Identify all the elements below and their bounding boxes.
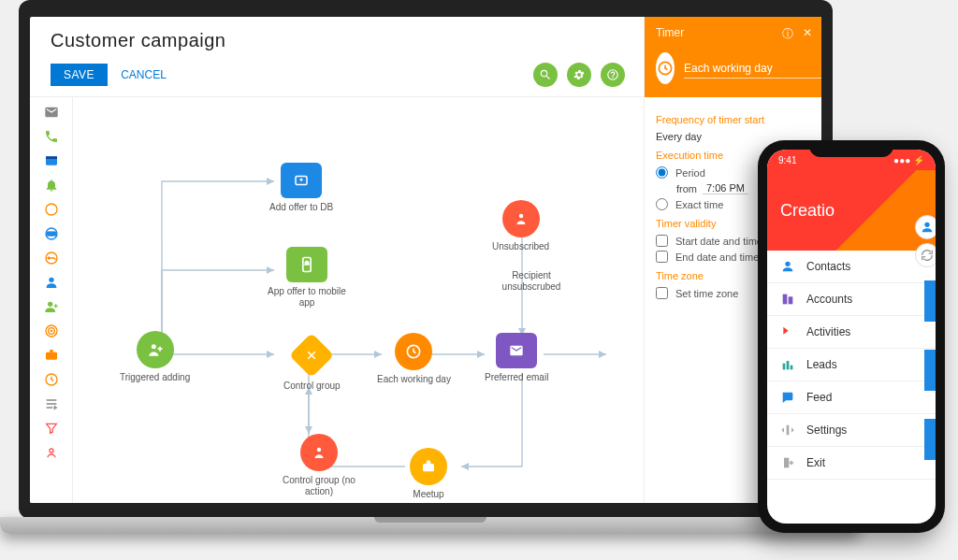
svg-text:SMS: SMS	[46, 232, 55, 237]
gear-icon[interactable]	[567, 63, 591, 87]
node-unsubscribed[interactable]: Unsubscribed	[492, 200, 549, 252]
palette-reply-icon[interactable]	[42, 251, 61, 266]
svg-rect-27	[787, 361, 790, 369]
node-triggered-adding[interactable]: Triggered adding	[120, 331, 190, 383]
svg-point-7	[48, 302, 52, 307]
frequency-value[interactable]: Every day	[656, 131, 702, 142]
checkbox-end-date[interactable]	[656, 251, 668, 263]
checkbox-set-timezone[interactable]	[656, 287, 668, 299]
search-icon[interactable]	[533, 63, 558, 87]
checkbox-start-date[interactable]	[656, 235, 668, 247]
node-preferred-email[interactable]: Preferred email	[485, 333, 548, 383]
side-indicator	[924, 280, 936, 488]
svg-point-14	[151, 344, 155, 349]
timer-name-input[interactable]	[684, 59, 821, 79]
status-time: 9:41	[778, 155, 796, 165]
menu-item-feed[interactable]: Feed	[767, 381, 936, 414]
palette-window-icon[interactable]	[42, 153, 61, 168]
palette-target-icon[interactable]	[42, 323, 61, 338]
svg-point-13	[50, 449, 53, 452]
radio-period[interactable]	[656, 166, 668, 179]
save-button[interactable]: SAVE	[51, 64, 108, 86]
cancel-button[interactable]: CANCEL	[121, 68, 167, 81]
palette-useradd-icon[interactable]	[42, 299, 61, 314]
menu-item-settings[interactable]: Settings	[767, 414, 936, 447]
palette-filter-icon[interactable]	[42, 421, 61, 436]
svg-rect-26	[783, 364, 786, 370]
phone-frame: 9:41 ●●● ⚡ Creatio Contacts Accounts Act…	[758, 140, 945, 533]
node-each-working-day[interactable]: Each working day	[377, 333, 451, 385]
avatar-icon[interactable]	[915, 215, 936, 239]
palette-task-icon[interactable]	[42, 396, 61, 411]
campaign-diagram[interactable]: Triggered adding Add offer to DB App off…	[73, 97, 644, 503]
panel-title: Timer	[656, 26, 810, 39]
svg-rect-24	[783, 294, 788, 305]
app-screen: Customer campaign SAVE CANCEL	[30, 17, 821, 503]
node-meetup[interactable]: Meetup	[410, 448, 447, 500]
svg-point-6	[49, 278, 53, 282]
element-palette: SMS	[30, 97, 73, 503]
palette-clock-icon[interactable]	[42, 372, 61, 387]
node-control-group[interactable]: Control group	[283, 336, 341, 392]
menu-item-contacts[interactable]: Contacts	[767, 251, 936, 283]
palette-user-icon[interactable]	[42, 275, 61, 290]
timer-icon	[656, 52, 675, 84]
palette-call-icon[interactable]	[42, 129, 61, 144]
palette-bell-icon[interactable]	[42, 178, 61, 193]
radio-exact-time[interactable]	[656, 198, 668, 210]
palette-email-icon[interactable]	[42, 105, 61, 120]
svg-point-23	[785, 262, 790, 266]
palette-chat-icon[interactable]	[42, 202, 61, 217]
svg-rect-20	[423, 464, 434, 471]
menu-item-activities[interactable]: Activities	[767, 316, 936, 349]
mobile-brand-logo: Creatio	[767, 170, 936, 251]
svg-point-17	[317, 448, 322, 452]
label-recipient-unsubscribed: Recipient unsubscrubed	[489, 270, 573, 293]
svg-point-22	[924, 223, 929, 227]
svg-rect-25	[789, 296, 793, 304]
mobile-menu: Contacts Accounts Activities Leads Feed …	[767, 251, 936, 480]
svg-rect-11	[46, 352, 57, 360]
mobile-app-screen: 9:41 ●●● ⚡ Creatio Contacts Accounts Act…	[767, 150, 936, 524]
menu-item-accounts[interactable]: Accounts	[767, 283, 936, 316]
svg-rect-29	[784, 458, 789, 468]
svg-rect-1	[46, 156, 57, 159]
palette-sms-icon[interactable]: SMS	[42, 226, 61, 241]
laptop-frame: Customer campaign SAVE CANCEL	[19, 0, 833, 519]
menu-item-exit[interactable]: Exit	[767, 447, 936, 480]
node-app-offer-mobile[interactable]: App offer to mobile app	[265, 247, 349, 309]
status-icons: ●●● ⚡	[893, 155, 924, 165]
node-add-offer-db[interactable]: Add offer to DB	[269, 163, 333, 213]
palette-briefcase-icon[interactable]	[42, 348, 61, 363]
svg-rect-28	[791, 366, 793, 370]
menu-item-leads[interactable]: Leads	[767, 349, 936, 381]
section-frequency: Frequency of timer start	[656, 114, 810, 125]
help-icon[interactable]	[601, 63, 625, 87]
page-title: Customer campaign	[51, 30, 625, 51]
node-control-no-action[interactable]: Control group (no action)	[277, 434, 361, 497]
svg-point-19	[518, 214, 523, 219]
svg-point-10	[51, 330, 51, 331]
from-time-value[interactable]: 7:06 PM	[703, 182, 748, 194]
sync-icon[interactable]	[915, 243, 936, 267]
palette-contact-icon[interactable]	[42, 445, 61, 460]
